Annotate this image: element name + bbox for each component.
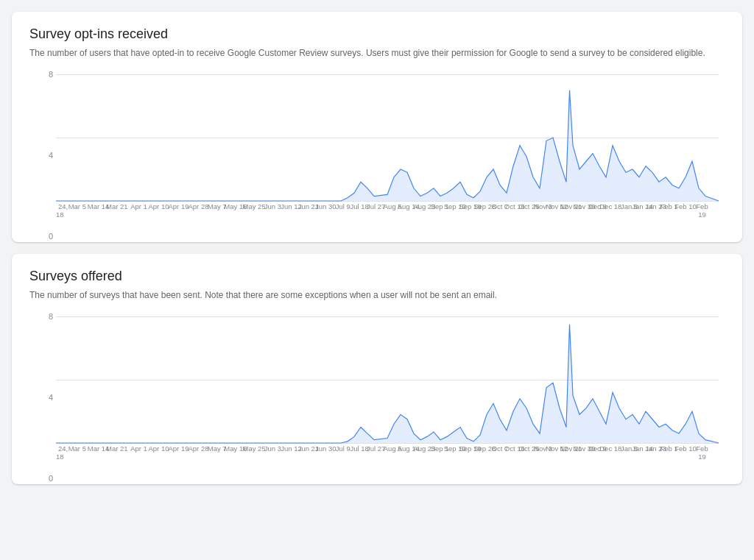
chart1-ylabel-0: 0 — [29, 232, 53, 241]
x-label-1: Mar 5 — [68, 202, 86, 210]
x-label-10: May 25 — [243, 444, 266, 453]
svg-marker-0 — [56, 91, 719, 202]
chart2-ylabel-8: 8 — [29, 312, 53, 321]
x-label-4: Apr 1 — [130, 202, 147, 210]
chart1-ylabel-8: 8 — [29, 70, 53, 79]
chart1-x-labels: Feb 24, 2018Mar 5Mar 14Mar 21Apr 1Apr 10… — [56, 202, 719, 230]
x-label-17: Jul 27 — [367, 202, 385, 210]
survey-opt-ins-card: Survey opt-ins received The number of us… — [12, 12, 742, 242]
x-label-33: Dec 18 — [599, 202, 621, 210]
chart2-plot-area — [56, 316, 719, 443]
chart2-svg — [56, 316, 719, 443]
chart2-x-labels: Feb 24, 2018Mar 5Mar 14Mar 21Apr 1Apr 10… — [56, 444, 719, 472]
x-label-0: Feb 24, 2018 — [56, 202, 68, 219]
x-label-33: Dec 18 — [599, 444, 621, 453]
x-label-11: Jun 3 — [264, 202, 281, 210]
x-label-3: Mar 21 — [106, 444, 128, 453]
svg-marker-1 — [56, 325, 719, 443]
chart2-ylabel-4: 4 — [29, 393, 53, 402]
x-label-6: Apr 19 — [169, 444, 189, 453]
x-label-39: Feb 19 — [694, 444, 711, 461]
x-label-14: Jun 30 — [315, 202, 337, 210]
x-label-1: Mar 5 — [68, 444, 86, 453]
x-label-17: Jul 27 — [367, 444, 385, 453]
x-label-7: Apr 28 — [188, 202, 209, 210]
x-label-4: Apr 1 — [130, 444, 147, 453]
x-label-6: Apr 19 — [169, 202, 189, 210]
chart1-ylabel-4: 4 — [29, 151, 53, 160]
x-label-14: Jun 30 — [315, 444, 337, 453]
surveys-offered-card: Surveys offered The number of surveys th… — [12, 254, 742, 484]
chart2-container: 8 4 0 Feb 24, 2018Mar 5Mar 14Mar 21Apr 1… — [29, 311, 725, 472]
chart2-description: The number of surveys that have been sen… — [29, 288, 707, 302]
x-label-39: Feb 19 — [694, 202, 711, 219]
x-label-11: Jun 3 — [264, 444, 281, 453]
chart1-description: The number of users that have opted-in t… — [29, 46, 707, 60]
x-label-0: Feb 24, 2018 — [56, 444, 68, 461]
chart2-ylabel-0: 0 — [29, 474, 53, 483]
chart1-container: 8 4 0 Feb 24, 2018Mar 5Mar 14Mar 21Apr 1… — [29, 68, 725, 230]
chart1-svg — [56, 74, 719, 201]
x-label-15: Jul 9 — [336, 202, 350, 210]
chart1-plot-area — [56, 74, 719, 201]
x-label-5: Apr 10 — [149, 202, 169, 210]
chart2-title: Surveys offered — [29, 269, 725, 284]
x-label-5: Apr 10 — [149, 444, 169, 453]
chart1-title: Survey opt-ins received — [29, 26, 725, 42]
x-label-7: Apr 28 — [188, 444, 209, 453]
x-label-3: Mar 21 — [106, 202, 128, 210]
x-label-15: Jul 9 — [336, 444, 350, 453]
x-label-10: May 25 — [243, 202, 266, 210]
